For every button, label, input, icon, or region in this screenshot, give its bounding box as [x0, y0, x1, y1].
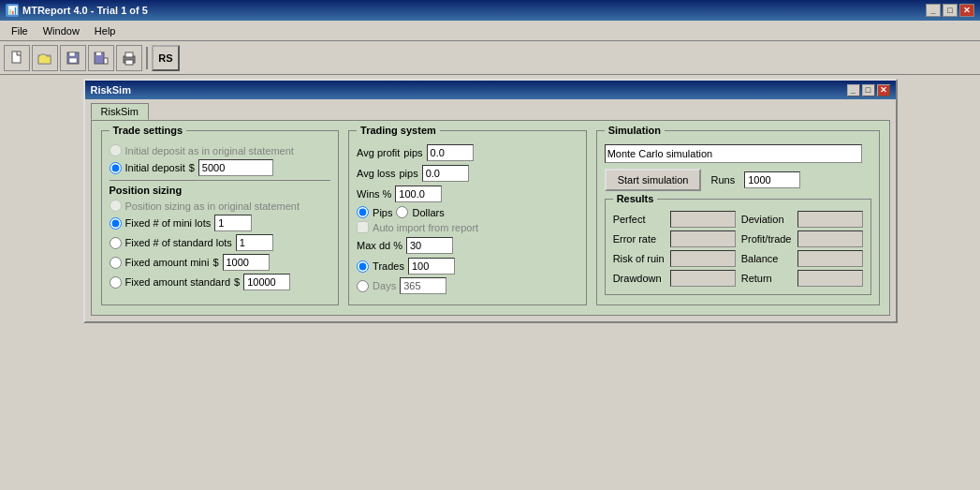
risksim-window: RiskSim _ □ ✕ RiskSim Trade settings Ini…: [83, 79, 898, 323]
result-label-perfect: Perfect: [613, 214, 665, 225]
auto-import-checkbox[interactable]: [357, 221, 369, 233]
menu-file[interactable]: File: [4, 23, 36, 38]
pos-standard-lots-input[interactable]: [236, 234, 273, 251]
pips-radio[interactable]: [357, 206, 369, 218]
result-label-profit-trade: Profit/trade: [741, 233, 792, 245]
avg-profit-label: Avg profit: [357, 147, 400, 158]
avg-loss-unit: pips: [399, 168, 417, 179]
pos-standard-lots-label: Fixed # of standard lots: [125, 237, 232, 248]
start-simulation-button[interactable]: Start simulation: [605, 169, 702, 191]
pos-mini-lots-radio[interactable]: [110, 217, 122, 230]
risksim-minimize-button[interactable]: _: [847, 84, 860, 97]
risksim-title: RiskSim: [91, 84, 131, 96]
toolbar-open-button[interactable]: [32, 45, 58, 71]
max-dd-input[interactable]: [406, 237, 453, 254]
app-icon: 📊: [6, 4, 19, 17]
simulation-dropdown[interactable]: Monte Carlo simulation Standard simulati…: [605, 144, 862, 163]
deposit-original-label: Initial deposit as in original statement: [125, 145, 294, 156]
avg-loss-label: Avg loss: [357, 168, 395, 179]
result-input-drawdown: [670, 270, 736, 287]
toolbar-new-button[interactable]: [4, 45, 30, 71]
deposit-initial-radio[interactable]: [110, 162, 122, 174]
app-minimize-button[interactable]: _: [926, 4, 941, 17]
deposit-original-radio[interactable]: [110, 144, 122, 156]
pos-original-label: Position sizing as in original statement: [125, 200, 300, 212]
avg-profit-input[interactable]: [427, 144, 474, 161]
toolbar-save-as-button[interactable]: [88, 45, 114, 71]
app-maximize-button[interactable]: □: [943, 4, 958, 17]
auto-import-label: Auto import from report: [373, 222, 478, 233]
result-input-risk-of-ruin: [670, 250, 736, 267]
result-input-balance: [797, 250, 863, 267]
trading-system-title: Trading system: [357, 125, 440, 136]
days-input[interactable]: [400, 277, 446, 294]
svg-rect-4: [69, 58, 77, 63]
pos-amount-standard-symbol: $: [234, 276, 240, 288]
deposit-value-input[interactable]: [198, 159, 273, 176]
days-radio[interactable]: [357, 280, 369, 292]
toolbar-rs-button[interactable]: RS: [152, 45, 180, 71]
svg-rect-7: [104, 58, 108, 64]
toolbar-save-button[interactable]: [60, 45, 86, 71]
pos-amount-mini-radio[interactable]: [110, 257, 122, 269]
risksim-close-button[interactable]: ✕: [877, 84, 890, 97]
max-dd-label: Max dd %: [357, 240, 402, 251]
results-title: Results: [613, 193, 658, 204]
app-close-button[interactable]: ✕: [959, 4, 974, 17]
menu-help[interactable]: Help: [87, 23, 124, 38]
simulation-group: Simulation Monte Carlo simulation Standa…: [596, 130, 880, 305]
svg-rect-9: [125, 52, 133, 57]
tab-bar: RiskSim: [85, 99, 896, 120]
toolbar: RS: [0, 41, 980, 75]
svg-rect-3: [69, 52, 75, 56]
trades-label: Trades: [373, 260, 404, 272]
result-label-balance: Balance: [741, 253, 792, 264]
wins-input[interactable]: [395, 186, 442, 202]
pos-amount-standard-radio[interactable]: [110, 276, 122, 289]
panel-content: Trade settings Initial deposit as in ori…: [91, 120, 890, 316]
tab-risksim[interactable]: RiskSim: [91, 103, 149, 120]
result-input-profit-trade: [797, 230, 863, 247]
pos-mini-lots-label: Fixed # of mini lots: [125, 217, 212, 229]
toolbar-separator: [146, 47, 148, 69]
simulation-title: Simulation: [605, 125, 665, 136]
result-label-deviation: Deviation: [741, 214, 792, 225]
position-sizing-title: Position sizing: [110, 185, 331, 196]
pos-amount-mini-input[interactable]: [223, 254, 270, 271]
deposit-symbol: $: [189, 162, 195, 173]
result-input-return: [797, 270, 863, 287]
toolbar-print-button[interactable]: [116, 45, 142, 71]
trading-system-group: Trading system Avg profit pips Avg loss …: [348, 130, 587, 305]
pos-mini-lots-input[interactable]: [214, 215, 252, 231]
app-title-bar: 📊 MTReport 4.0 - Trial 1 of 5 _ □ ✕: [0, 0, 980, 21]
svg-rect-6: [96, 52, 101, 55]
result-input-deviation: [797, 211, 863, 228]
trades-input[interactable]: [408, 258, 455, 275]
trade-settings-group: Trade settings Initial deposit as in ori…: [101, 130, 340, 305]
svg-rect-10: [125, 60, 133, 65]
pips-label: Pips: [373, 207, 392, 218]
dollars-radio[interactable]: [396, 206, 408, 218]
pos-standard-lots-radio[interactable]: [110, 237, 122, 249]
days-label: Days: [373, 280, 396, 291]
deposit-initial-label: Initial deposit: [125, 162, 185, 173]
pos-amount-standard-input[interactable]: [243, 274, 290, 290]
result-label-error-rate: Error rate: [613, 233, 665, 245]
pos-amount-mini-label: Fixed amount mini: [125, 257, 210, 268]
menu-window[interactable]: Window: [36, 23, 87, 38]
trades-radio[interactable]: [357, 260, 369, 273]
pos-original-radio[interactable]: [110, 200, 122, 212]
result-input-error-rate: [670, 230, 736, 247]
wins-label: Wins %: [357, 188, 391, 200]
pos-amount-standard-label: Fixed amount standard: [125, 276, 231, 288]
runs-input[interactable]: [744, 171, 800, 188]
result-label-return: Return: [741, 273, 792, 284]
runs-label: Runs: [710, 174, 735, 186]
avg-profit-unit: pips: [403, 147, 422, 158]
dollars-label: Dollars: [412, 207, 444, 218]
result-label-risk-of-ruin: Risk of ruin: [613, 253, 665, 264]
pos-amount-mini-symbol: $: [212, 257, 218, 268]
trade-settings-title: Trade settings: [110, 125, 187, 136]
risksim-maximize-button[interactable]: □: [862, 84, 875, 97]
avg-loss-input[interactable]: [422, 165, 469, 182]
